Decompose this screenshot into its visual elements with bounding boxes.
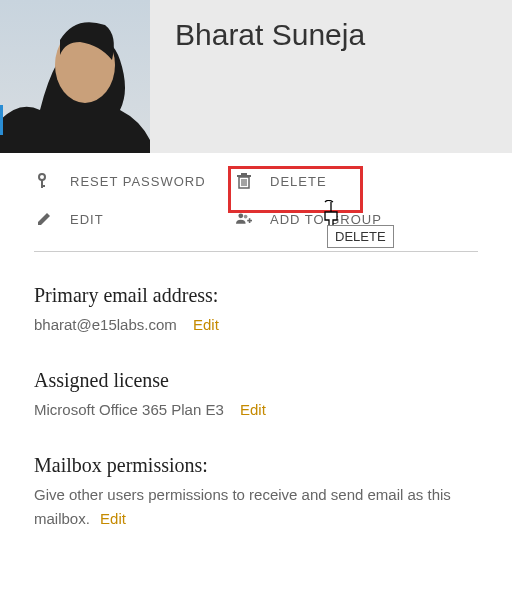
section-title: Primary email address:: [34, 284, 478, 307]
delete-button[interactable]: DELETE: [234, 173, 434, 189]
mailbox-description: Give other users permissions to receive …: [34, 486, 451, 527]
edit-license-link[interactable]: Edit: [240, 401, 266, 418]
action-label: RESET PASSWORD: [70, 174, 206, 189]
svg-rect-14: [249, 218, 251, 223]
svg-point-11: [238, 213, 243, 218]
avatar: [0, 0, 150, 153]
user-display-name: Bharat Suneja: [175, 18, 365, 52]
edit-button[interactable]: EDIT: [34, 211, 234, 227]
divider: [34, 251, 478, 252]
action-label: DELETE: [270, 174, 327, 189]
add-to-group-button[interactable]: ADD TO GROUP: [234, 211, 434, 227]
mailbox-permissions-section: Mailbox permissions: Give other users pe…: [0, 454, 512, 531]
reset-password-button[interactable]: RESET PASSWORD: [34, 173, 234, 189]
primary-email-section: Primary email address: bharat@e15labs.co…: [0, 284, 512, 337]
svg-rect-7: [241, 173, 247, 175]
section-title: Assigned license: [34, 369, 478, 392]
email-value: bharat@e15labs.com: [34, 316, 177, 333]
assigned-license-section: Assigned license Microsoft Office 365 Pl…: [0, 369, 512, 422]
svg-rect-6: [237, 175, 251, 177]
svg-rect-4: [41, 185, 45, 187]
selection-indicator: [0, 105, 3, 135]
edit-mailbox-link[interactable]: Edit: [100, 510, 126, 527]
user-header: Bharat Suneja: [0, 0, 512, 153]
edit-email-link[interactable]: Edit: [193, 316, 219, 333]
trash-icon: [234, 173, 254, 189]
action-label: EDIT: [70, 212, 104, 227]
license-value: Microsoft Office 365 Plan E3: [34, 401, 224, 418]
pencil-icon: [34, 211, 54, 227]
person-add-icon: [234, 211, 254, 227]
action-bar: RESET PASSWORD DELETE EDIT ADD TO GROUP: [0, 153, 512, 237]
action-label: ADD TO GROUP: [270, 212, 382, 227]
svg-point-12: [244, 215, 248, 219]
section-title: Mailbox permissions:: [34, 454, 478, 477]
key-icon: [34, 173, 54, 189]
